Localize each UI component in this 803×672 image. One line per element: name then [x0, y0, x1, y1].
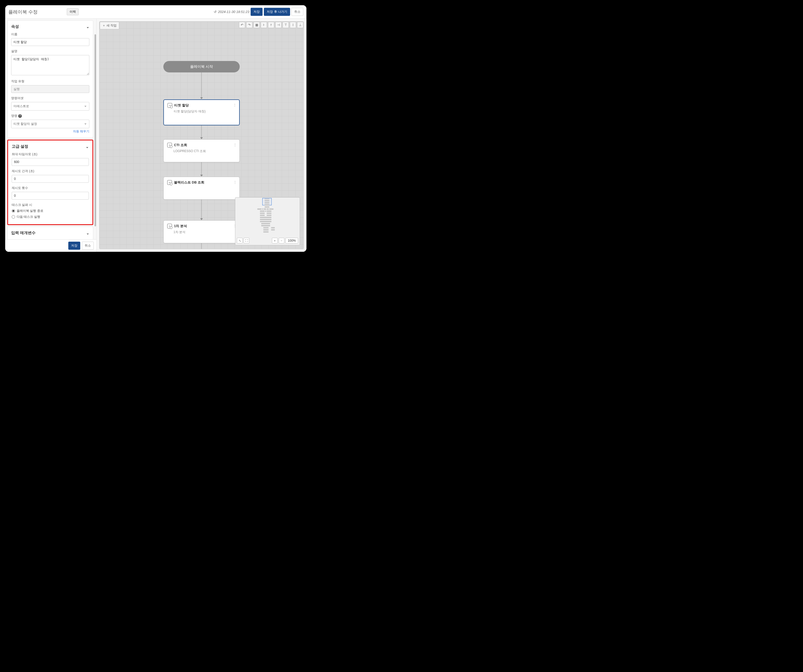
sidebar-footer: 저장 취소 — [5, 239, 96, 252]
properties-title: 속성 — [11, 24, 19, 29]
radio-icon — [12, 209, 15, 213]
edge — [202, 162, 202, 176]
retry-count-input[interactable] — [12, 192, 89, 200]
sidebar: 속성 ⌄ 이름 설명 작업 유형 — [5, 19, 97, 252]
zoom-label: 100% — [285, 238, 298, 243]
minimap[interactable]: ⤡ ⛶ ＋ － 100% — [235, 197, 300, 245]
redo-icon[interactable]: ↷ — [246, 22, 252, 28]
task-type-label: 작업 유형 — [11, 79, 89, 84]
side-save-button[interactable]: 저장 — [68, 242, 80, 250]
start-node[interactable]: 플레이북 시작 — [163, 61, 240, 72]
new-task-button[interactable]: ＋새 작업 — [100, 22, 119, 29]
cancel-button[interactable]: 취소 — [291, 8, 303, 16]
edge — [202, 125, 202, 138]
desc-textarea[interactable] — [11, 55, 89, 75]
cmdset-label: 명령어셋 — [11, 96, 89, 101]
node-analysis[interactable]: ‹›1차 분석 1차 분석 ⋮ — [163, 220, 240, 243]
on-fail-option-2[interactable]: 다음 태스크 실행 — [12, 215, 89, 219]
minimap-fit-icon[interactable]: ⛶ — [244, 238, 249, 243]
align-right-icon[interactable]: ⊣ — [275, 22, 281, 28]
chevron-down-icon: ⌄ — [86, 144, 89, 149]
edge — [202, 72, 202, 98]
on-fail-label: 태스크 실패 시 — [12, 203, 89, 207]
history-button[interactable]: 이력 — [67, 8, 79, 15]
canvas-area: 플레이북 시작 ‹›티켓 할당 티켓 할당(담당자 매칭) ⋮ ‹›CTI 조회… — [97, 19, 306, 252]
advanced-header[interactable]: 고급 설정 ⌄ — [12, 144, 89, 149]
node-menu-icon[interactable]: ⋮ — [233, 103, 237, 107]
node-cti[interactable]: ‹›CTI 조회 LOGPRESSO CTI 조회 ⋮ — [163, 140, 240, 162]
retry-count-label: 재시도 횟수 — [12, 186, 89, 190]
node-ticket-assign[interactable]: ‹›티켓 할당 티켓 할당(담당자 매칭) ⋮ — [163, 99, 240, 125]
ticket-guid-label: 티켓 GUID* — [11, 239, 89, 239]
on-fail-option-1[interactable]: 플레이북 실행 종료 — [12, 209, 89, 213]
timeout-label: 최대 타임아웃 (초) — [12, 152, 89, 156]
node-blacklist[interactable]: ‹›블랙리스트 DB 조회 ⋮ — [163, 177, 240, 200]
advanced-panel: 고급 설정 ⌄ 최대 타임아웃 (초) 재시도 간격 (초) 재시도 횟수 — [7, 140, 93, 225]
task-icon: ‹› — [167, 224, 172, 229]
grid-icon[interactable]: ▦ — [254, 22, 260, 28]
task-icon: ‹› — [167, 103, 172, 108]
cmd-select[interactable]: 티켓 할당자 설정 — [11, 120, 89, 128]
timestamp: ↺ 2024-11-30 18:51:23 — [214, 10, 250, 14]
zoom-in-icon[interactable]: ＋ — [272, 238, 278, 243]
name-label: 이름 — [11, 32, 89, 37]
canvas-grid[interactable]: 플레이북 시작 ‹›티켓 할당 티켓 할당(담당자 매칭) ⋮ ‹›CTI 조회… — [99, 21, 304, 249]
task-type-input — [11, 85, 89, 93]
save-button[interactable]: 저장 — [250, 8, 263, 16]
align-left-icon[interactable]: ⊦ — [261, 22, 267, 28]
properties-header[interactable]: 속성 ⌄ — [11, 24, 89, 29]
timestamp-text: 2024-11-30 18:51:23 — [218, 10, 250, 14]
arrow-icon — [200, 97, 203, 99]
task-icon: ‹› — [167, 143, 172, 148]
advanced-title: 고급 설정 — [12, 144, 28, 149]
chevron-down-icon: ⌄ — [86, 231, 89, 235]
inputs-header[interactable]: 입력 매개변수 ⌄ — [11, 230, 89, 235]
radio-icon — [12, 215, 15, 219]
edge — [202, 200, 202, 219]
scrollbar-thumb[interactable] — [94, 34, 96, 226]
node-menu-icon[interactable]: ⋮ — [233, 180, 237, 184]
timeout-input[interactable] — [12, 158, 89, 166]
chevron-down-icon: ⌄ — [86, 25, 89, 29]
side-cancel-button[interactable]: 취소 — [82, 242, 94, 250]
inputs-title: 입력 매개변수 — [11, 230, 36, 235]
inputs-panel: 입력 매개변수 ⌄ 티켓 GUID* 매개변수 ▾ 초기화 — [7, 227, 93, 239]
sidebar-scroll[interactable]: 속성 ⌄ 이름 설명 작업 유형 — [5, 19, 96, 239]
zoom-out-icon[interactable]: － — [279, 238, 284, 243]
desc-label: 설명 — [11, 49, 89, 54]
minimap-collapse-icon[interactable]: ⤡ — [237, 238, 242, 243]
align-center-icon[interactable]: ⫯ — [268, 22, 274, 28]
arrow-icon — [200, 137, 203, 139]
top-bar: 플레이북 수정 이력 ↺ 2024-11-30 18:51:23 저장 저장 후… — [5, 5, 306, 19]
plus-icon: ＋ — [102, 23, 106, 28]
arrow-icon — [200, 218, 203, 220]
retry-interval-label: 재시도 간격 (초) — [12, 169, 89, 174]
task-icon: ‹› — [167, 180, 172, 185]
name-input[interactable] — [11, 38, 89, 46]
edge — [202, 243, 202, 249]
help-icon[interactable]: ? — [18, 114, 22, 118]
cmd-label: 명령? — [11, 114, 89, 118]
retry-interval-input[interactable] — [12, 175, 89, 183]
cmdset-select[interactable]: 마에스트로 — [11, 102, 89, 110]
undo-icon[interactable]: ↶ — [239, 22, 245, 28]
save-exit-button[interactable]: 저장 후 나가기 — [264, 8, 290, 16]
history-icon: ↺ — [214, 10, 216, 14]
align-top-icon[interactable]: ⊤ — [283, 22, 289, 28]
properties-panel: 속성 ⌄ 이름 설명 작업 유형 — [7, 20, 93, 138]
page-title: 플레이북 수정 — [8, 9, 37, 15]
node-menu-icon[interactable]: ⋮ — [233, 143, 237, 147]
align-bottom-icon[interactable]: ⊥ — [297, 22, 303, 28]
arrow-icon — [200, 175, 203, 177]
align-middle-icon[interactable]: ⫱ — [290, 22, 296, 28]
autofill-link[interactable]: 자동 채우기 — [73, 129, 89, 134]
